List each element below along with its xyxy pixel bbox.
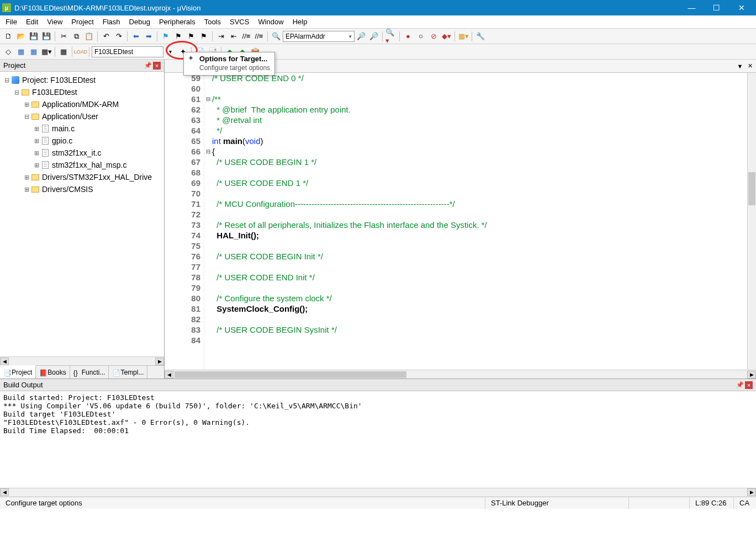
build-icon[interactable]: ▦	[15, 46, 27, 58]
download-load-icon[interactable]: LOAD	[75, 46, 87, 58]
editor-hscroll[interactable]: ◀ ▶	[165, 370, 756, 379]
menu-edit[interactable]: Edit	[22, 17, 43, 27]
menu-svcs[interactable]: SVCS	[225, 17, 253, 27]
rebuild-icon[interactable]: ▦	[28, 46, 40, 58]
menu-tools[interactable]: Tools	[200, 17, 225, 27]
hscroll-left-icon[interactable]: ◀	[0, 358, 9, 365]
menu-window[interactable]: Window	[253, 17, 288, 27]
tree-file[interactable]: ⊞stm32f1xx_it.c	[1, 147, 163, 159]
save-icon[interactable]: 💾	[28, 30, 40, 42]
tree-project-root[interactable]: ⊟Project: F103LEDtest	[1, 74, 163, 86]
target-combo-dropdown[interactable]: ▾	[164, 46, 176, 58]
tree-expander-icon[interactable]: ⊞	[23, 101, 30, 108]
breakpoint-insert-icon[interactable]: ●	[402, 30, 414, 42]
project-tree[interactable]: ⊟Project: F103LEDtest⊟F103LEDtest⊞Applic…	[0, 72, 164, 356]
status-cursor-pos: L:89 C:26	[690, 497, 734, 509]
project-icon	[11, 76, 20, 84]
panel-tab-label: Templ...	[120, 369, 144, 376]
redo-icon[interactable]: ↷	[113, 30, 125, 42]
configure-icon[interactable]: 🔧	[474, 30, 487, 42]
open-file-icon[interactable]: 📂	[15, 30, 27, 42]
tree-expander-icon[interactable]: ⊞	[33, 150, 40, 157]
tree-expander-icon[interactable]: ⊟	[23, 113, 30, 120]
panel-tab-project[interactable]: 📑Project	[0, 365, 36, 379]
debug-icon[interactable]: 🔍▾	[385, 30, 397, 42]
nav-fwd-icon[interactable]: ➡	[142, 30, 155, 42]
uncomment-icon[interactable]: //≡	[253, 30, 265, 42]
hscroll-right-icon[interactable]: ▶	[155, 358, 164, 365]
tree-expander-icon[interactable]: ⊞	[23, 174, 30, 181]
build-hscroll-left-icon[interactable]: ◀	[0, 488, 9, 496]
bookmark-prev-icon[interactable]: ⚑	[172, 30, 184, 42]
tree-expander-icon[interactable]: ⊟	[3, 77, 10, 84]
menu-help[interactable]: Help	[288, 17, 312, 27]
tree-group[interactable]: ⊞Drivers/STM32F1xx_HAL_Drive	[1, 171, 163, 183]
menu-file[interactable]: File	[1, 17, 22, 27]
panel-tab-functi[interactable]: {}Functi...	[70, 366, 109, 379]
editor-hscroll-left-icon[interactable]: ◀	[165, 371, 173, 379]
menu-view[interactable]: View	[43, 17, 67, 27]
tree-group[interactable]: ⊞Application/MDK-ARM	[1, 98, 163, 110]
incremental-find-icon[interactable]: 🔎	[368, 30, 380, 42]
menu-peripherals[interactable]: Peripherals	[155, 17, 200, 27]
undo-icon[interactable]: ↶	[100, 30, 112, 42]
outdent-icon[interactable]: ⇤	[228, 30, 240, 42]
editor-vscroll[interactable]	[747, 73, 756, 370]
build-close-icon[interactable]: ×	[745, 381, 753, 389]
copy-icon[interactable]: ⧉	[70, 30, 82, 42]
tree-expander-icon[interactable]: ⊞	[23, 186, 30, 193]
fold-column[interactable]: ⊟⊟	[204, 73, 212, 370]
breakpoint-window-icon[interactable]: ◆▾	[440, 30, 452, 42]
close-button[interactable]: ✕	[729, 0, 754, 15]
tabstrip-dropdown-icon[interactable]: ▼	[736, 62, 744, 70]
tree-expander-icon[interactable]: ⊟	[13, 89, 20, 96]
build-hscroll[interactable]: ◀ ▶	[0, 488, 756, 497]
code-editor[interactable]: /* USER CODE END 0 *//** * @brief The ap…	[212, 73, 747, 370]
tree-file[interactable]: ⊞gpio.c	[1, 135, 163, 147]
panel-close-icon[interactable]: ×	[153, 62, 161, 70]
folder-icon	[31, 113, 40, 120]
tree-target[interactable]: ⊟F103LEDtest	[1, 86, 163, 98]
batch-build-icon[interactable]: ▦▾	[40, 46, 52, 58]
breakpoint-kill-icon[interactable]: ⊘	[427, 30, 440, 42]
new-file-icon[interactable]: 🗋	[2, 30, 14, 42]
tree-expander-icon[interactable]: ⊞	[33, 137, 40, 145]
editor-hscroll-right-icon[interactable]: ▶	[747, 371, 756, 379]
pin-icon[interactable]: 📌	[144, 62, 152, 70]
find-in-files-icon[interactable]: 🔍	[270, 30, 282, 42]
target-combo[interactable]: F103LEDtest	[92, 46, 163, 57]
build-pin-icon[interactable]: 📌	[736, 381, 744, 389]
build-output-text[interactable]: Build started: Project: F103LEDtest *** …	[0, 391, 756, 488]
panel-tab-books[interactable]: 📕Books	[36, 366, 70, 379]
translate-icon[interactable]: ◇	[2, 46, 14, 58]
stop-build-icon[interactable]: ▦	[57, 46, 70, 58]
panel-tab-templ[interactable]: 📄Templ...	[109, 366, 147, 379]
find-combo[interactable]: EPAlarmAddr▾	[283, 31, 355, 42]
bookmark-next-icon[interactable]: ⚑	[185, 30, 197, 42]
minimize-button[interactable]: —	[679, 0, 704, 15]
build-hscroll-right-icon[interactable]: ▶	[747, 488, 756, 496]
nav-back-icon[interactable]: ⬅	[130, 30, 142, 42]
project-hscroll[interactable]: ◀ ▶	[0, 356, 164, 365]
tree-group[interactable]: ⊟Application/User	[1, 110, 163, 122]
bookmark-clear-icon[interactable]: ⚑	[198, 30, 210, 42]
tree-group[interactable]: ⊞Drivers/CMSIS	[1, 183, 163, 195]
comment-icon[interactable]: //≡	[240, 30, 252, 42]
menu-flash[interactable]: Flash	[98, 17, 125, 27]
find-next-icon[interactable]: 🔎	[355, 30, 367, 42]
bookmark-toggle-icon[interactable]: ⚑	[160, 30, 172, 42]
save-all-icon[interactable]: 💾	[40, 30, 52, 42]
maximize-button[interactable]: ☐	[704, 0, 729, 15]
indent-icon[interactable]: ⇥	[215, 30, 227, 42]
breakpoint-disable-icon[interactable]: ○	[415, 30, 427, 42]
tree-expander-icon[interactable]: ⊞	[33, 125, 40, 132]
tree-file[interactable]: ⊞stm32f1xx_hal_msp.c	[1, 159, 163, 171]
tabstrip-close-icon[interactable]: ✕	[746, 62, 754, 70]
tree-expander-icon[interactable]: ⊞	[33, 162, 40, 169]
window-layout-icon[interactable]: ▦▾	[457, 30, 469, 42]
cut-icon[interactable]: ✂	[57, 30, 70, 42]
paste-icon[interactable]: 📋	[83, 30, 95, 42]
tree-file[interactable]: ⊞main.c	[1, 122, 163, 135]
menu-project[interactable]: Project	[67, 17, 98, 27]
menu-debug[interactable]: Debug	[125, 17, 155, 27]
